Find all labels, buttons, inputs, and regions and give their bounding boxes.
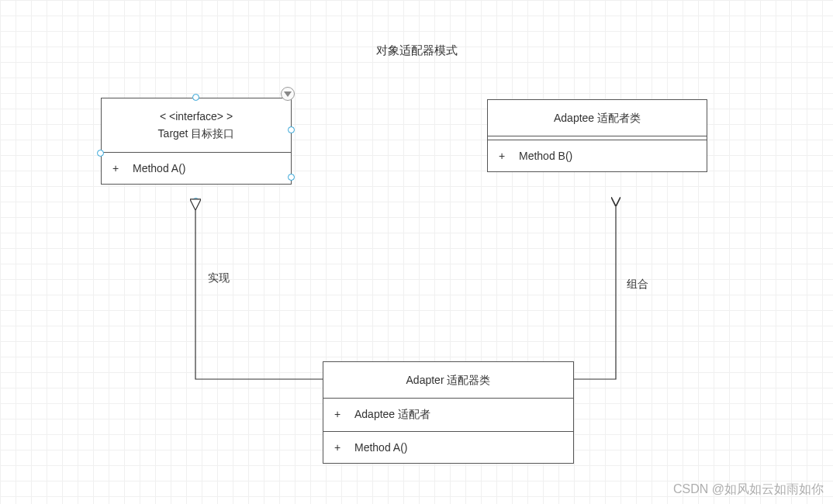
class-action-icon[interactable] — [281, 87, 295, 101]
uml-class-adaptee[interactable]: Adaptee 适配者类 + Method B() — [487, 99, 707, 172]
chevron-down-icon — [284, 91, 292, 97]
resize-handle-bottom[interactable] — [192, 198, 199, 205]
adapter-name: Adapter 适配器类 — [330, 371, 567, 388]
target-method: Method A() — [133, 162, 185, 174]
resize-handle-top[interactable] — [192, 94, 199, 101]
adaptee-method: Method B() — [519, 150, 572, 162]
visibility-marker: + — [499, 150, 505, 162]
adapter-attr-row: + Adaptee 适配者 — [323, 399, 573, 432]
visibility-marker: + — [334, 441, 340, 454]
uml-header-adapter: Adapter 适配器类 — [323, 362, 573, 399]
uml-header-target: < <interface> > Target 目标接口 — [102, 98, 291, 153]
visibility-marker: + — [334, 408, 340, 422]
target-stereotype: < <interface> > — [108, 108, 285, 125]
adapter-method: Method A() — [354, 441, 407, 454]
diagram-title: 对象适配器模式 — [0, 43, 833, 58]
target-name: Target 目标接口 — [108, 125, 285, 142]
uml-class-target[interactable]: < <interface> > Target 目标接口 + Method A() — [101, 98, 292, 185]
edge-label-realize: 实现 — [208, 271, 230, 285]
uml-class-adapter[interactable]: Adapter 适配器类 + Adaptee 适配者 + Method A() — [323, 361, 574, 464]
watermark: CSDN @如风如云如雨如你 — [673, 482, 824, 498]
diagram-canvas[interactable]: 对象适配器模式 < <interface> > Target 目标接口 + Me… — [0, 0, 833, 504]
visibility-marker: + — [112, 162, 119, 174]
target-method-row: + Method A() — [102, 153, 291, 184]
adapter-attr: Adaptee 适配者 — [354, 408, 430, 422]
uml-header-adaptee: Adaptee 适配者类 — [488, 100, 707, 136]
edge-label-compose: 组合 — [627, 278, 648, 292]
adapter-method-row: + Method A() — [323, 432, 573, 463]
adaptee-method-row: + Method B() — [488, 140, 707, 171]
resize-handle-left[interactable] — [97, 150, 104, 157]
resize-handle-right-upper[interactable] — [288, 126, 295, 133]
adaptee-name: Adaptee 适配者类 — [494, 109, 700, 126]
resize-handle-right-lower[interactable] — [288, 174, 295, 181]
